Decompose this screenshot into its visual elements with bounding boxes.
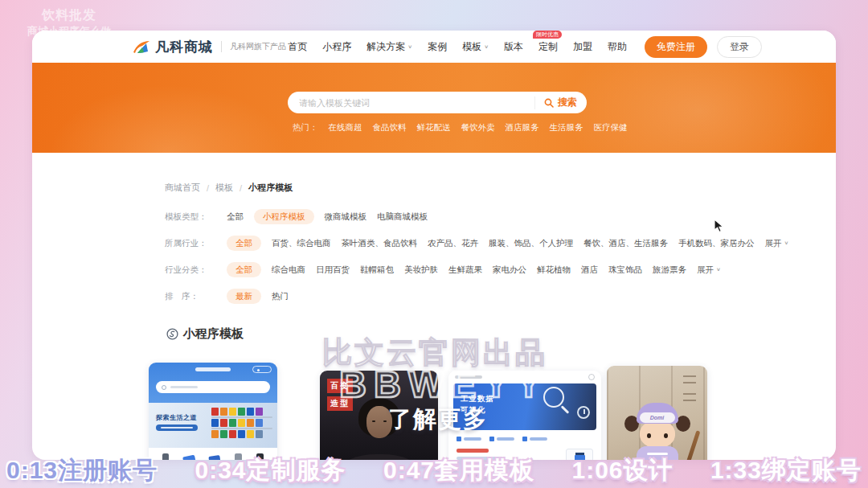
chevron-down-icon: ∨ [407, 44, 412, 50]
breadcrumb-separator: / [240, 183, 242, 193]
sort-option[interactable]: 热门 [272, 291, 289, 302]
register-button[interactable]: 免费注册 [645, 36, 707, 58]
filter-option[interactable]: 微商城模板 [325, 211, 367, 223]
hot-keyword[interactable]: 食品饮料 [373, 122, 407, 133]
hot-keyword[interactable]: 酒店服务 [506, 122, 539, 133]
filter-option[interactable]: 电脑商城模板 [377, 211, 428, 223]
hot-keyword[interactable]: 医疗保健 [594, 122, 628, 133]
mockup-menu-circle [588, 374, 595, 380]
nav-custom[interactable]: 限时优惠 定制 [538, 40, 558, 54]
banner-button [156, 424, 198, 431]
nav-versions[interactable]: 版本 [504, 40, 523, 54]
nav-templates[interactable]: 模板∨ [462, 40, 489, 54]
mockup-search-bar [156, 381, 270, 393]
hot-keyword[interactable]: 生活服务 [550, 122, 583, 133]
mockup-chrome [448, 371, 601, 383]
chevron-down-icon: ∨ [784, 240, 789, 246]
industrial-banner: 工业数据 可视化 [453, 383, 596, 430]
breadcrumb: 商城首页 / 模板 / 小程序模板 [165, 182, 836, 194]
template-card-grid: 探索生活之道 [32, 363, 836, 460]
chapter-bind-account: 1:33绑定账号 [710, 454, 862, 487]
corner-watermark-line1: 饮料批发 [13, 6, 125, 24]
filter-option[interactable]: 酒店 [581, 265, 598, 276]
template-card-industrial[interactable]: 工业数据 可视化 [448, 371, 601, 460]
chevron-down-icon: ∨ [484, 44, 489, 50]
corner-watermark-line2: 商城小程序怎么做 [13, 24, 125, 39]
filter-option[interactable]: 家电办公 [493, 265, 526, 276]
hot-keyword[interactable]: 餐饮外卖 [461, 122, 495, 133]
template-card-beverage[interactable]: 探索生活之道 [149, 363, 277, 460]
filter-option[interactable]: 餐饮、酒店、生活服务 [583, 238, 668, 249]
doll-face [640, 420, 675, 448]
nav-cases[interactable]: 案例 [428, 40, 447, 54]
filter-option[interactable]: 旅游票务 [653, 265, 686, 276]
nav-miniprogram[interactable]: 小程序 [322, 40, 351, 54]
logo-tagline: 凡科网旗下产品 [230, 41, 286, 52]
mouse-cursor [714, 219, 727, 233]
nav-help[interactable]: 帮助 [608, 40, 627, 54]
filter-option[interactable]: 鲜花植物 [537, 265, 571, 276]
section-title: 小程序模板 [183, 326, 244, 342]
expand-toggle[interactable]: 展开 ∨ [765, 238, 789, 249]
expand-toggle[interactable]: 展开 ∨ [697, 265, 721, 276]
template-card-toy[interactable]: Domi [607, 366, 707, 460]
nav-solutions[interactable]: 解决方案∨ [366, 40, 412, 54]
filter-label: 所属行业： [165, 238, 216, 249]
filter-option-active[interactable]: 小程序模板 [254, 209, 314, 224]
filter-option[interactable]: 生鲜蔬果 [448, 265, 482, 276]
filter-option-active[interactable]: 全部 [227, 236, 261, 251]
login-button[interactable]: 登录 [717, 36, 762, 58]
mockup-header [149, 363, 277, 403]
template-card-fashion[interactable]: 百变 造型 [320, 371, 438, 460]
industrial-banner-title: 工业数据 可视化 [461, 393, 494, 416]
placeholder-bar [170, 386, 198, 388]
search-bar: 搜索 [288, 92, 587, 113]
logo-icon [132, 39, 150, 55]
filter-option[interactable]: 日用百货 [316, 265, 350, 276]
filter-option[interactable]: 百货、综合电商 [272, 238, 331, 249]
filter-option[interactable]: 服装、饰品、个人护理 [489, 238, 573, 249]
search-icon [544, 98, 554, 108]
filter-option[interactable]: 茶叶酒类、食品饮料 [342, 238, 418, 249]
sort-option-active[interactable]: 最新 [227, 289, 261, 304]
video-frame: 饮料批发 商城小程序怎么做 凡科商城 凡科网旗下产品 首页 小程序 解决方案∨ … [0, 0, 868, 488]
video-chapter-bar: 0:13注册账号 0:34定制服务 0:47套用模板 1:06设计 1:33绑定… [0, 454, 868, 487]
mockup-title-bar [195, 367, 231, 371]
hot-keyword[interactable]: 在线商超 [329, 122, 362, 133]
hot-label: 热门： [293, 122, 318, 133]
filter-option[interactable]: 珠宝饰品 [608, 265, 642, 276]
nav-home[interactable]: 首页 [288, 40, 307, 54]
miniprogram-icon [166, 328, 178, 340]
filter-option[interactable]: 全部 [227, 211, 244, 223]
filter-industry: 所属行业： 全部 百货、综合电商 茶叶酒类、食品饮料 农产品、花卉 服装、饰品、… [165, 235, 708, 252]
chapter-apply-template: 0:47套用模板 [383, 454, 534, 487]
search-button[interactable]: 搜索 [534, 96, 577, 109]
breadcrumb-templates[interactable]: 模板 [215, 182, 233, 194]
logo[interactable]: 凡科商城 [132, 38, 213, 56]
filter-template-type: 模板类型： 全部 小程序模板 微商城模板 电脑商城模板 [165, 208, 708, 225]
mockup-capsule-button [252, 366, 272, 373]
logo-text: 凡科商城 [155, 38, 213, 56]
filter-option[interactable]: 鞋帽箱包 [360, 265, 394, 276]
filter-option[interactable]: 美妆护肤 [404, 265, 438, 276]
locker-vent [683, 375, 696, 383]
nav-franchise[interactable]: 加盟 [573, 40, 592, 54]
filter-option[interactable]: 农产品、花卉 [428, 238, 478, 249]
gauge-icon [577, 406, 590, 419]
header-divider [221, 41, 222, 52]
site-header: 凡科商城 凡科网旗下产品 首页 小程序 解决方案∨ 案例 模板∨ 版本 限时优惠… [32, 31, 836, 63]
filter-option[interactable]: 手机数码、家居办公 [678, 238, 755, 249]
filter-option[interactable]: 综合电商 [272, 265, 305, 276]
chevron-down-icon: ∨ [716, 267, 721, 273]
doll-figure: Domi [623, 403, 692, 460]
locker-vent [683, 393, 696, 401]
browser-page: 凡科商城 凡科网旗下产品 首页 小程序 解决方案∨ 案例 模板∨ 版本 限时优惠… [32, 31, 836, 460]
chapter-register: 0:13注册账号 [6, 454, 158, 487]
search-input[interactable] [299, 98, 534, 108]
main-nav: 首页 小程序 解决方案∨ 案例 模板∨ 版本 限时优惠 定制 加盟 帮助 [288, 40, 627, 54]
model-face [366, 406, 392, 438]
filter-option-active[interactable]: 全部 [227, 262, 261, 277]
hot-keyword[interactable]: 鲜花配送 [417, 122, 451, 133]
breadcrumb-home[interactable]: 商城首页 [165, 182, 200, 194]
breadcrumb-current: 小程序模板 [248, 182, 293, 194]
